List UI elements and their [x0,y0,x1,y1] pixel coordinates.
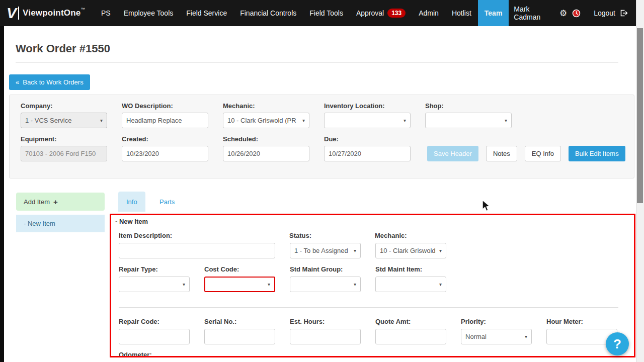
scheduled-date-input[interactable] [223,146,309,161]
chevron-down-icon: ▾ [525,334,527,339]
gear-icon[interactable]: ⚙ [559,9,567,18]
work-order-header-panel [9,95,634,178]
odometer-label: Odometer: [119,351,152,358]
chevron-down-icon: ▾ [439,282,442,287]
back-chevron-icon: « [16,78,19,86]
wo-description-input[interactable] [122,113,208,128]
std-maint-item-select[interactable]: ▾ [375,277,446,292]
chevron-down-icon: ▾ [100,118,103,123]
eq-info-button[interactable]: EQ Info [525,146,561,161]
back-button-label: Back to Work Orders [23,78,83,86]
mechanic-label: Mechanic: [223,102,255,110]
std-maint-item-label: Std Maint Item: [375,265,422,273]
brand-trademark: ™ [80,7,85,12]
item-description-label: Item Description: [119,232,172,239]
left-edge-strip [0,26,4,362]
nav-item-admin[interactable]: Admin [412,0,445,26]
chevron-down-icon: ▾ [354,248,356,253]
save-header-button[interactable]: Save Header [427,146,478,161]
repair-type-select[interactable]: ▾ [119,277,190,292]
repair-code-label: Repair Code: [119,318,159,325]
brand-logo[interactable]: V ViewpointOne ™ [0,0,95,26]
shop-select[interactable]: ▾ [425,113,512,128]
brand-divider [18,7,19,20]
nav-item-approval[interactable]: Approval 133 [350,0,412,26]
new-item-form-header: - New Item [115,218,148,225]
created-date-input[interactable] [122,146,208,161]
nav-item-financial-controls[interactable]: Financial Controls [233,0,303,26]
sidebar-item-new-item[interactable]: - New Item [16,215,105,232]
equipment-input [21,146,107,161]
nav-item-field-service[interactable]: Field Service [180,0,233,26]
repair-type-label: Repair Type: [119,265,158,273]
brand-name: ViewpointOne [23,8,80,18]
wo-description-label: WO Description: [122,102,173,110]
nav-item-team[interactable]: Team [478,0,509,26]
est-hours-input[interactable] [290,329,361,344]
mechanic-select[interactable]: 10 - Clark Griswold (PR ▾ [223,113,309,128]
nav-user-section: Mark Cadman ⚙ [509,0,586,26]
cost-code-label: Cost Code: [204,265,239,273]
plus-icon: + [53,198,58,206]
shop-label: Shop: [425,102,444,110]
logout-button[interactable]: Logout [586,0,636,26]
page-title: Work Order #1550 [16,42,110,55]
due-date-input[interactable] [324,146,411,161]
tab-info[interactable]: Info [118,192,145,212]
cost-code-select[interactable]: ▾ [204,277,275,292]
inventory-location-select[interactable]: ▾ [324,113,411,128]
item-mechanic-select-value: 10 - Clark Griswold [380,247,437,254]
chevron-down-icon: ▾ [354,282,356,287]
notes-button[interactable]: Notes [486,146,517,161]
brand-v-icon: V [7,6,17,21]
company-label: Company: [21,102,53,110]
inventory-location-label: Inventory Location: [324,102,385,110]
nav-item-employee-tools[interactable]: Employee Tools [117,0,180,26]
chevron-down-icon: ▾ [183,282,185,287]
title-divider [16,62,618,63]
user-name[interactable]: Mark Cadman [514,5,554,21]
equipment-label: Equipment: [21,135,57,143]
est-hours-label: Est. Hours: [290,318,325,325]
approval-count-badge: 133 [387,9,406,18]
tab-parts[interactable]: Parts [151,192,183,212]
status-select[interactable]: 1 - To be Assigned ▾ [290,243,361,258]
status-label: Status: [289,232,311,239]
quote-amt-input[interactable] [375,329,446,344]
created-label: Created: [122,135,148,143]
alert-clock-icon[interactable] [572,9,581,18]
item-mechanic-select[interactable]: 10 - Clark Griswold ▾ [375,243,446,258]
item-mechanic-label: Mechanic: [375,232,407,239]
nav-item-approval-label: Approval [356,9,384,17]
add-item-label: Add Item [24,198,50,206]
nav-item-hotlist[interactable]: Hotlist [445,0,478,26]
nav-item-field-tools[interactable]: Field Tools [303,0,350,26]
chevron-down-icon: ▾ [302,118,305,123]
chevron-down-icon: ▾ [439,248,442,253]
quote-amt-label: Quote Amt: [375,318,411,325]
nav-item-ps[interactable]: PS [95,0,117,26]
item-description-input[interactable] [119,243,275,258]
bulk-edit-items-button[interactable]: Bulk Edit Items [569,146,625,161]
std-maint-group-label: Std Maint Group: [290,265,343,273]
mechanic-select-value: 10 - Clark Griswold (PR [227,117,300,124]
serial-no-input[interactable] [204,329,275,344]
due-label: Due: [324,135,339,143]
header-actions: Save Header Notes EQ Info Bulk Edit Item… [427,146,625,161]
help-button[interactable]: ? [606,332,629,355]
form-divider [119,307,618,308]
serial-no-label: Serial No.: [204,318,236,325]
scheduled-label: Scheduled: [223,135,258,143]
screen: V ViewpointOne ™ PS Employee Tools Field… [0,0,644,362]
company-select-value: 1 - VCS Service [25,117,98,124]
add-item-button[interactable]: Add Item + [16,193,105,211]
company-select[interactable]: 1 - VCS Service ▾ [21,113,107,128]
back-to-work-orders-button[interactable]: « Back to Work Orders [9,74,90,90]
logout-label: Logout [594,9,615,17]
std-maint-group-select[interactable]: ▾ [290,277,361,292]
priority-select[interactable]: Normal ▾ [461,329,532,344]
status-select-value: 1 - To be Assigned [294,247,352,254]
chevron-down-icon: ▾ [268,282,270,287]
repair-code-input[interactable] [119,329,190,344]
scrollbar-thumb[interactable] [637,28,643,203]
